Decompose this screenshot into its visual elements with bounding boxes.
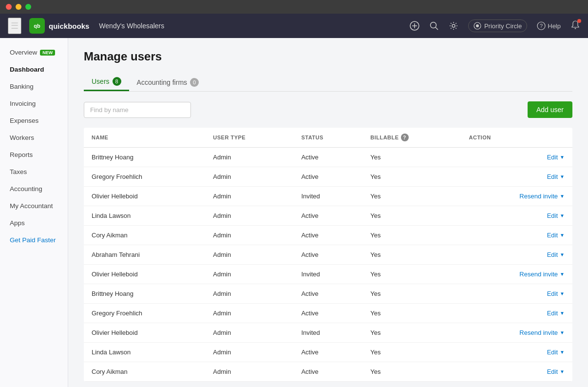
cell-billable: Yes (362, 167, 461, 187)
svg-text:?: ? (540, 23, 543, 29)
cell-status: Invited (293, 265, 362, 284)
sidebar-item-apps[interactable]: Apps (0, 214, 68, 232)
table-row: Olivier HelleboidAdminInvitedYesResend i… (84, 187, 572, 206)
action-dropdown-arrow[interactable]: ▼ (560, 213, 565, 218)
tab-users[interactable]: Users 8 (84, 73, 129, 91)
sidebar-item-accounting[interactable]: Accounting (0, 180, 68, 197)
edit-link[interactable]: Edit (547, 232, 558, 239)
sidebar-item-taxes[interactable]: Taxes (0, 163, 68, 180)
sidebar-item-overview[interactable]: Overview NEW (0, 44, 68, 61)
edit-link[interactable]: Edit (547, 154, 558, 161)
add-icon-button[interactable] (410, 21, 419, 31)
table-row: Brittney HoangAdminActiveYesEdit▼ (84, 284, 572, 304)
window-minimize-btn[interactable] (16, 4, 21, 10)
company-name: Wendy's Wholesalers (99, 22, 164, 30)
sidebar-item-workers[interactable]: Workers (0, 129, 68, 146)
resend-invite-link[interactable]: Resend invite (519, 193, 558, 200)
cell-billable: Yes (362, 323, 461, 343)
cell-name: Linda Lawson (84, 206, 205, 226)
action-dropdown-arrow[interactable]: ▼ (560, 155, 565, 160)
tabs: Users 8 Accounting firms 0 (84, 73, 572, 92)
add-user-button[interactable]: Add user (528, 101, 572, 118)
edit-link[interactable]: Edit (547, 212, 558, 219)
cell-billable: Yes (362, 226, 461, 245)
tab-users-label: Users (92, 77, 110, 85)
action-cell: Edit▼ (469, 173, 565, 180)
resend-invite-link[interactable]: Resend invite (519, 271, 558, 278)
cell-action: Edit▼ (461, 226, 573, 245)
sidebar-accounting-label: Accounting (10, 185, 42, 193)
sidebar-invoicing-label: Invoicing (10, 100, 36, 107)
window-maximize-btn[interactable] (25, 4, 31, 10)
sidebar-item-dashboard[interactable]: Dashboard (0, 61, 68, 78)
notification-button[interactable] (570, 20, 580, 32)
col-header-status: STATUS (293, 128, 362, 148)
search-icon-button[interactable] (429, 21, 439, 31)
resend-invite-link[interactable]: Resend invite (519, 329, 558, 336)
sidebar-get-paid-link[interactable]: Get Paid Faster (0, 232, 68, 249)
table-row: Olivier HelleboidAdminInvitedYesResend i… (84, 323, 572, 343)
priority-circle-button[interactable]: Priority Circle (468, 19, 527, 32)
sidebar-item-expenses[interactable]: Expenses (0, 112, 68, 129)
action-dropdown-arrow[interactable]: ▼ (560, 271, 565, 277)
cell-user-type: Admin (205, 226, 293, 245)
settings-icon-button[interactable] (449, 21, 458, 31)
sidebar-item-my-accountant[interactable]: My Accountant (0, 197, 68, 214)
sidebar-banking-label: Banking (10, 83, 34, 90)
cell-user-type: Admin (205, 343, 293, 362)
cell-billable: Yes (362, 343, 461, 362)
sidebar-item-invoicing[interactable]: Invoicing (0, 95, 68, 112)
cell-name: Gregory Froehlich (84, 304, 205, 323)
action-dropdown-arrow[interactable]: ▼ (560, 174, 565, 179)
col-header-billable: BILLABLE ? (362, 128, 461, 148)
edit-link[interactable]: Edit (547, 251, 558, 258)
svg-point-5 (430, 22, 436, 28)
cell-action: Edit▼ (461, 284, 573, 304)
cell-name: Cory Aikman (84, 362, 205, 382)
window-close-btn[interactable] (6, 4, 12, 10)
nav-right: Priority Circle ? Help (410, 19, 580, 32)
edit-link[interactable]: Edit (547, 368, 558, 375)
cell-action: Edit▼ (461, 362, 573, 382)
action-dropdown-arrow[interactable]: ▼ (560, 310, 565, 316)
edit-link[interactable]: Edit (547, 290, 558, 297)
help-label: Help (548, 22, 561, 30)
cell-billable: Yes (362, 362, 461, 382)
edit-link[interactable]: Edit (547, 173, 558, 180)
cell-action: Edit▼ (461, 206, 573, 226)
action-dropdown-arrow[interactable]: ▼ (560, 194, 565, 199)
logo-text: quickbooks (49, 22, 89, 30)
search-input[interactable] (84, 102, 191, 118)
cell-status: Active (293, 362, 362, 382)
action-dropdown-arrow[interactable]: ▼ (560, 291, 565, 296)
table-row: Gregory FroehlichAdminActiveYesEdit▼ (84, 167, 572, 187)
sidebar-reports-label: Reports (10, 151, 33, 158)
sidebar-apps-label: Apps (10, 219, 25, 227)
hamburger-button[interactable]: ☰ (8, 18, 21, 34)
action-dropdown-arrow[interactable]: ▼ (560, 349, 565, 355)
cell-name: Abraham Tehrani (84, 245, 205, 265)
sidebar-expenses-label: Expenses (10, 117, 38, 124)
action-dropdown-arrow[interactable]: ▼ (560, 252, 565, 257)
billable-info-icon[interactable]: ? (401, 134, 409, 141)
sidebar-item-reports[interactable]: Reports (0, 146, 68, 163)
tab-accounting-firms[interactable]: Accounting firms 0 (129, 73, 207, 91)
cell-billable: Yes (362, 304, 461, 323)
cell-billable: Yes (362, 206, 461, 226)
cell-status: Active (293, 206, 362, 226)
sidebar-item-banking[interactable]: Banking (0, 78, 68, 95)
cell-name: Olivier Helleboid (84, 187, 205, 206)
action-dropdown-arrow[interactable]: ▼ (560, 232, 565, 238)
action-dropdown-arrow[interactable]: ▼ (560, 330, 565, 335)
table-header: NAME USER TYPE STATUS BILLABLE ? ACTION (84, 128, 572, 148)
window-chrome (0, 0, 588, 14)
edit-link[interactable]: Edit (547, 348, 558, 356)
table-row: Linda LawsonAdminActiveYesEdit▼ (84, 343, 572, 362)
edit-link[interactable]: Edit (547, 310, 558, 317)
action-dropdown-arrow[interactable]: ▼ (560, 369, 565, 374)
sidebar-overview-label: Overview (10, 49, 37, 56)
table-row: Gregory FroehlichAdminActiveYesEdit▼ (84, 304, 572, 323)
help-button[interactable]: ? Help (537, 21, 561, 30)
cell-status: Invited (293, 323, 362, 343)
cell-status: Active (293, 304, 362, 323)
